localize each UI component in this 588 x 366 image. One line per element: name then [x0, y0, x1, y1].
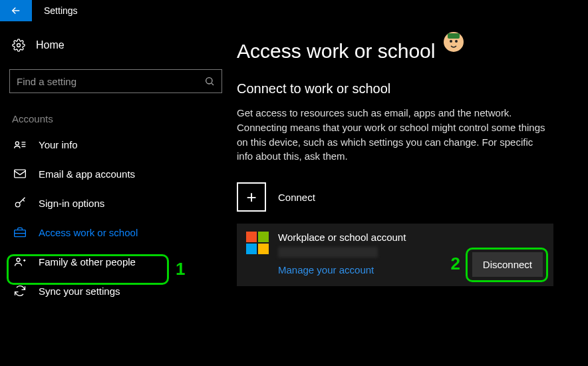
- sub-title: Connect to work or school: [237, 81, 572, 96]
- microsoft-logo-icon: [246, 232, 269, 254]
- sidebar-item-signin[interactable]: Sign-in options: [9, 188, 225, 218]
- annotation-marker-2: 2: [451, 254, 460, 274]
- connect-label: Connect: [278, 192, 315, 203]
- page-title: Access work or school: [237, 40, 572, 63]
- svg-point-3: [15, 142, 19, 145]
- svg-point-0: [17, 44, 21, 47]
- description: Get access to resources such as email, a…: [237, 106, 549, 164]
- account-title: Workplace or school account: [278, 232, 406, 243]
- home-button[interactable]: Home: [9, 33, 225, 57]
- gear-icon: [12, 39, 25, 52]
- sidebar-item-label: Email & app accounts: [39, 168, 135, 180]
- disconnect-button[interactable]: Disconnect: [472, 252, 543, 277]
- main-content: Access work or school Connect to work or…: [234, 21, 588, 366]
- sidebar-item-label: Access work or school: [39, 227, 138, 238]
- sidebar-item-sync[interactable]: Sync your settings: [9, 276, 225, 305]
- key-icon: [13, 196, 27, 210]
- person-card-icon: [13, 138, 27, 150]
- sidebar-item-family[interactable]: Family & other people: [9, 247, 225, 276]
- manage-account-link[interactable]: Manage your account: [278, 264, 406, 275]
- window-title: Settings: [44, 5, 78, 16]
- svg-point-11: [17, 258, 20, 262]
- svg-point-1: [206, 78, 212, 84]
- sidebar-item-label: Your info: [39, 139, 78, 150]
- sidebar: Home Find a setting Accounts Your info E…: [0, 21, 234, 366]
- search-placeholder: Find a setting: [17, 76, 76, 87]
- search-input[interactable]: Find a setting: [9, 69, 222, 93]
- sidebar-item-label: Family & other people: [39, 256, 136, 268]
- svg-line-2: [212, 83, 214, 85]
- briefcase-icon: [13, 226, 27, 238]
- back-button[interactable]: [0, 0, 32, 21]
- sync-icon: [13, 284, 27, 297]
- svg-rect-7: [15, 170, 26, 178]
- annotation-marker-1: 1: [176, 259, 185, 279]
- sidebar-item-your-info[interactable]: Your info: [9, 130, 225, 159]
- sidebar-item-label: Sync your settings: [39, 285, 120, 297]
- people-plus-icon: [13, 256, 27, 268]
- sidebar-item-label: Sign-in options: [39, 198, 104, 209]
- search-icon: [204, 76, 215, 87]
- plus-icon: +: [237, 182, 266, 212]
- account-identifier-redacted: [278, 247, 378, 258]
- home-label: Home: [36, 39, 65, 51]
- titlebar: Settings: [0, 0, 588, 21]
- sidebar-item-email[interactable]: Email & app accounts: [9, 159, 225, 188]
- mail-icon: [13, 168, 27, 179]
- account-card[interactable]: Workplace or school account Manage your …: [237, 224, 553, 286]
- sidebar-item-access-work[interactable]: Access work or school: [9, 218, 225, 247]
- arrow-left-icon: [10, 5, 22, 17]
- section-label-accounts: Accounts: [9, 113, 225, 124]
- connect-button[interactable]: + Connect: [237, 182, 572, 212]
